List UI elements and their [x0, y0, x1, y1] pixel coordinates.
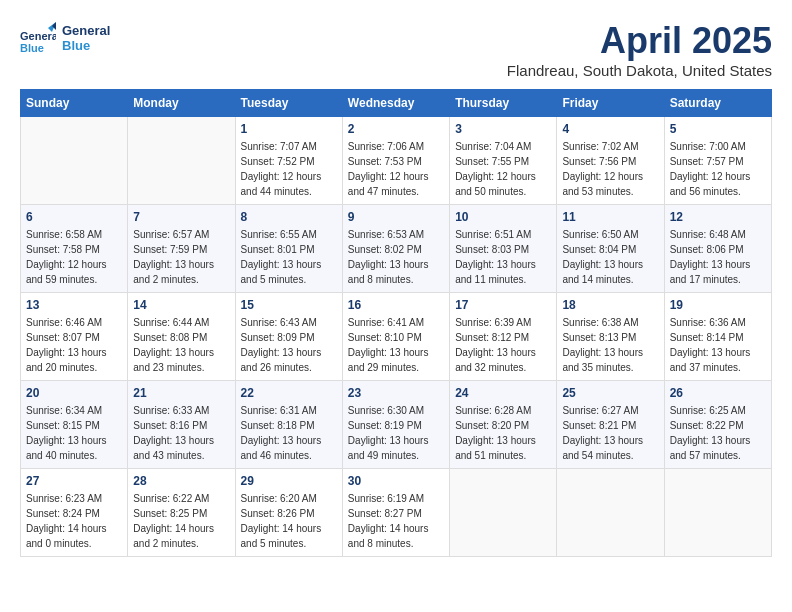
day-detail: Sunrise: 6:51 AM Sunset: 8:03 PM Dayligh… — [455, 227, 551, 287]
calendar-cell: 2Sunrise: 7:06 AM Sunset: 7:53 PM Daylig… — [342, 117, 449, 205]
calendar-cell: 21Sunrise: 6:33 AM Sunset: 8:16 PM Dayli… — [128, 381, 235, 469]
calendar-cell — [557, 469, 664, 557]
day-number: 17 — [455, 298, 551, 312]
calendar-cell: 25Sunrise: 6:27 AM Sunset: 8:21 PM Dayli… — [557, 381, 664, 469]
day-detail: Sunrise: 6:25 AM Sunset: 8:22 PM Dayligh… — [670, 403, 766, 463]
calendar-cell: 30Sunrise: 6:19 AM Sunset: 8:27 PM Dayli… — [342, 469, 449, 557]
day-number: 12 — [670, 210, 766, 224]
day-detail: Sunrise: 6:30 AM Sunset: 8:19 PM Dayligh… — [348, 403, 444, 463]
weekday-header: Wednesday — [342, 90, 449, 117]
day-detail: Sunrise: 7:02 AM Sunset: 7:56 PM Dayligh… — [562, 139, 658, 199]
calendar-cell: 19Sunrise: 6:36 AM Sunset: 8:14 PM Dayli… — [664, 293, 771, 381]
weekday-header: Sunday — [21, 90, 128, 117]
weekday-header: Thursday — [450, 90, 557, 117]
day-number: 16 — [348, 298, 444, 312]
day-detail: Sunrise: 6:55 AM Sunset: 8:01 PM Dayligh… — [241, 227, 337, 287]
day-number: 18 — [562, 298, 658, 312]
day-number: 6 — [26, 210, 122, 224]
day-number: 8 — [241, 210, 337, 224]
day-number: 25 — [562, 386, 658, 400]
calendar-cell — [664, 469, 771, 557]
day-number: 28 — [133, 474, 229, 488]
logo-text-general: General — [62, 23, 110, 38]
calendar-cell: 5Sunrise: 7:00 AM Sunset: 7:57 PM Daylig… — [664, 117, 771, 205]
day-detail: Sunrise: 6:58 AM Sunset: 7:58 PM Dayligh… — [26, 227, 122, 287]
day-number: 11 — [562, 210, 658, 224]
day-detail: Sunrise: 6:20 AM Sunset: 8:26 PM Dayligh… — [241, 491, 337, 551]
svg-text:General: General — [20, 30, 56, 42]
calendar-cell: 23Sunrise: 6:30 AM Sunset: 8:19 PM Dayli… — [342, 381, 449, 469]
calendar-cell: 4Sunrise: 7:02 AM Sunset: 7:56 PM Daylig… — [557, 117, 664, 205]
day-number: 29 — [241, 474, 337, 488]
calendar-cell: 29Sunrise: 6:20 AM Sunset: 8:26 PM Dayli… — [235, 469, 342, 557]
calendar-cell: 16Sunrise: 6:41 AM Sunset: 8:10 PM Dayli… — [342, 293, 449, 381]
day-number: 15 — [241, 298, 337, 312]
day-number: 24 — [455, 386, 551, 400]
logo-text-blue: Blue — [62, 38, 110, 53]
calendar-cell — [21, 117, 128, 205]
day-detail: Sunrise: 6:19 AM Sunset: 8:27 PM Dayligh… — [348, 491, 444, 551]
day-number: 1 — [241, 122, 337, 136]
day-number: 14 — [133, 298, 229, 312]
day-number: 27 — [26, 474, 122, 488]
title-area: April 2025 Flandreau, South Dakota, Unit… — [507, 20, 772, 79]
calendar-cell: 17Sunrise: 6:39 AM Sunset: 8:12 PM Dayli… — [450, 293, 557, 381]
page-header: General Blue General Blue April 2025 Fla… — [20, 20, 772, 79]
calendar-cell: 24Sunrise: 6:28 AM Sunset: 8:20 PM Dayli… — [450, 381, 557, 469]
calendar-cell: 11Sunrise: 6:50 AM Sunset: 8:04 PM Dayli… — [557, 205, 664, 293]
day-detail: Sunrise: 6:43 AM Sunset: 8:09 PM Dayligh… — [241, 315, 337, 375]
calendar-cell: 7Sunrise: 6:57 AM Sunset: 7:59 PM Daylig… — [128, 205, 235, 293]
day-detail: Sunrise: 6:50 AM Sunset: 8:04 PM Dayligh… — [562, 227, 658, 287]
day-detail: Sunrise: 6:36 AM Sunset: 8:14 PM Dayligh… — [670, 315, 766, 375]
calendar-cell: 3Sunrise: 7:04 AM Sunset: 7:55 PM Daylig… — [450, 117, 557, 205]
day-number: 13 — [26, 298, 122, 312]
day-detail: Sunrise: 6:22 AM Sunset: 8:25 PM Dayligh… — [133, 491, 229, 551]
calendar-cell: 9Sunrise: 6:53 AM Sunset: 8:02 PM Daylig… — [342, 205, 449, 293]
calendar-cell: 12Sunrise: 6:48 AM Sunset: 8:06 PM Dayli… — [664, 205, 771, 293]
day-detail: Sunrise: 7:06 AM Sunset: 7:53 PM Dayligh… — [348, 139, 444, 199]
day-detail: Sunrise: 6:33 AM Sunset: 8:16 PM Dayligh… — [133, 403, 229, 463]
weekday-header: Monday — [128, 90, 235, 117]
calendar-cell: 10Sunrise: 6:51 AM Sunset: 8:03 PM Dayli… — [450, 205, 557, 293]
day-detail: Sunrise: 6:46 AM Sunset: 8:07 PM Dayligh… — [26, 315, 122, 375]
svg-text:Blue: Blue — [20, 42, 44, 54]
weekday-header: Tuesday — [235, 90, 342, 117]
calendar-cell: 20Sunrise: 6:34 AM Sunset: 8:15 PM Dayli… — [21, 381, 128, 469]
day-number: 22 — [241, 386, 337, 400]
day-number: 5 — [670, 122, 766, 136]
weekday-header: Friday — [557, 90, 664, 117]
day-detail: Sunrise: 6:53 AM Sunset: 8:02 PM Dayligh… — [348, 227, 444, 287]
calendar-cell: 15Sunrise: 6:43 AM Sunset: 8:09 PM Dayli… — [235, 293, 342, 381]
day-number: 30 — [348, 474, 444, 488]
day-number: 21 — [133, 386, 229, 400]
logo-icon: General Blue — [20, 20, 56, 56]
calendar-cell: 26Sunrise: 6:25 AM Sunset: 8:22 PM Dayli… — [664, 381, 771, 469]
day-detail: Sunrise: 6:57 AM Sunset: 7:59 PM Dayligh… — [133, 227, 229, 287]
day-detail: Sunrise: 6:28 AM Sunset: 8:20 PM Dayligh… — [455, 403, 551, 463]
day-detail: Sunrise: 7:07 AM Sunset: 7:52 PM Dayligh… — [241, 139, 337, 199]
weekday-header: Saturday — [664, 90, 771, 117]
day-number: 26 — [670, 386, 766, 400]
calendar-cell: 22Sunrise: 6:31 AM Sunset: 8:18 PM Dayli… — [235, 381, 342, 469]
day-number: 2 — [348, 122, 444, 136]
day-number: 10 — [455, 210, 551, 224]
day-detail: Sunrise: 6:31 AM Sunset: 8:18 PM Dayligh… — [241, 403, 337, 463]
day-detail: Sunrise: 6:34 AM Sunset: 8:15 PM Dayligh… — [26, 403, 122, 463]
calendar-cell: 1Sunrise: 7:07 AM Sunset: 7:52 PM Daylig… — [235, 117, 342, 205]
day-detail: Sunrise: 6:48 AM Sunset: 8:06 PM Dayligh… — [670, 227, 766, 287]
day-number: 7 — [133, 210, 229, 224]
day-number: 19 — [670, 298, 766, 312]
location-title: Flandreau, South Dakota, United States — [507, 62, 772, 79]
calendar-cell: 6Sunrise: 6:58 AM Sunset: 7:58 PM Daylig… — [21, 205, 128, 293]
calendar-cell: 18Sunrise: 6:38 AM Sunset: 8:13 PM Dayli… — [557, 293, 664, 381]
logo: General Blue General Blue — [20, 20, 110, 56]
day-detail: Sunrise: 6:39 AM Sunset: 8:12 PM Dayligh… — [455, 315, 551, 375]
calendar-cell: 13Sunrise: 6:46 AM Sunset: 8:07 PM Dayli… — [21, 293, 128, 381]
day-detail: Sunrise: 6:27 AM Sunset: 8:21 PM Dayligh… — [562, 403, 658, 463]
day-number: 9 — [348, 210, 444, 224]
calendar-cell: 14Sunrise: 6:44 AM Sunset: 8:08 PM Dayli… — [128, 293, 235, 381]
day-number: 3 — [455, 122, 551, 136]
day-number: 23 — [348, 386, 444, 400]
day-number: 4 — [562, 122, 658, 136]
day-detail: Sunrise: 7:04 AM Sunset: 7:55 PM Dayligh… — [455, 139, 551, 199]
